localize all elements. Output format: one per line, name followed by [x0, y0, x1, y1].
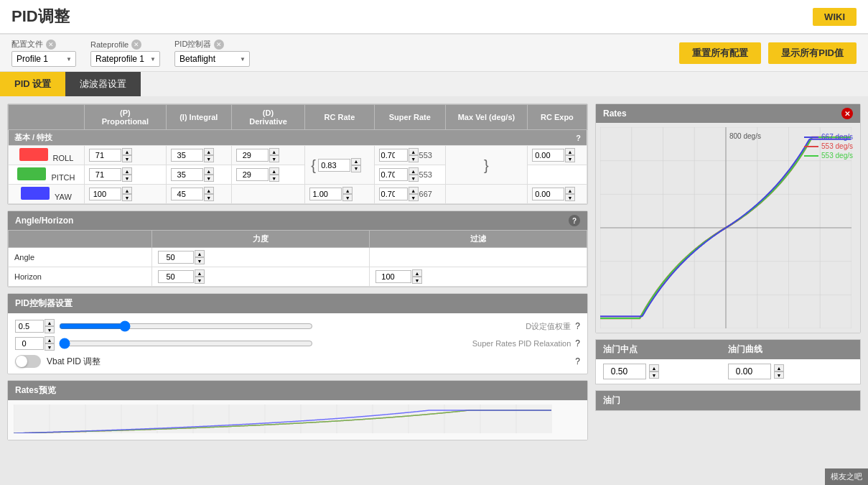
- yaw-sr-down[interactable]: ▼: [409, 194, 419, 201]
- pitch-d-input[interactable]: [236, 168, 269, 181]
- subheader-help-icon[interactable]: ?: [576, 134, 581, 142]
- profile-group: 配置文件 ✕ Profile 1 Profile 2 Profile 3: [11, 39, 76, 67]
- pitch-sr-up[interactable]: ▲: [409, 167, 419, 175]
- horizon-force-up[interactable]: ▲: [195, 269, 205, 277]
- rateprofile-select[interactable]: Rateprofile 1 Rateprofile 2 Rateprofile …: [90, 51, 160, 67]
- roll-d-up[interactable]: ▲: [269, 148, 279, 155]
- horizon-filter-down[interactable]: ▼: [412, 277, 422, 284]
- horizon-filter-up[interactable]: ▲: [412, 269, 422, 277]
- pid-controller-group: PID控制器 ✕ Betaflight LUXFLOAT MWREWRITE: [174, 39, 250, 67]
- throttle-body: ▲ ▼ ▲ ▼: [596, 359, 860, 384]
- horizon-force-down[interactable]: ▼: [195, 277, 205, 284]
- roll-i-input-group: ▲▼: [171, 148, 227, 162]
- main-content: (P)Proportional (I) Integral (D)Derivati…: [0, 96, 868, 485]
- slider1-help-icon[interactable]: ?: [575, 321, 580, 331]
- throttle-curve-input[interactable]: [728, 364, 771, 379]
- throttle-curve-up[interactable]: ▲: [774, 364, 784, 371]
- yaw-rcrate-down[interactable]: ▼: [342, 194, 353, 201]
- roll-superrate-input[interactable]: [379, 149, 408, 162]
- horizon-filter-input[interactable]: [375, 270, 411, 283]
- roll-sr-up[interactable]: ▲: [409, 148, 419, 155]
- roll-rcexpo-input[interactable]: [532, 149, 564, 162]
- roll-pitch-rcrate-group: { ▲▼: [309, 158, 369, 172]
- reset-all-button[interactable]: 重置所有配置: [679, 42, 761, 64]
- tab-pid[interactable]: PID 设置: [0, 72, 65, 96]
- yaw-p-down[interactable]: ▼: [122, 194, 132, 201]
- slider1-down[interactable]: ▼: [45, 326, 55, 333]
- pitch-p-up[interactable]: ▲: [122, 167, 132, 175]
- table-row: ROLL ▲ ▼: [9, 146, 587, 165]
- roll-p-up[interactable]: ▲: [122, 148, 132, 155]
- throttle-midpoint-down[interactable]: ▼: [649, 371, 659, 379]
- roll-d-input[interactable]: [236, 149, 269, 162]
- yaw-rcexpo-input[interactable]: [532, 188, 564, 200]
- pid-controller-close-btn[interactable]: ✕: [214, 40, 224, 50]
- angle-help-icon[interactable]: ?: [569, 215, 580, 226]
- pitch-superrate-input[interactable]: [379, 168, 408, 181]
- rateprofile-close-btn[interactable]: ✕: [131, 40, 141, 50]
- show-all-pid-button[interactable]: 显示所有PID值: [768, 42, 857, 64]
- slider2-down[interactable]: ▼: [45, 343, 55, 351]
- yaw-i-down[interactable]: ▼: [204, 194, 214, 201]
- yaw-rcexpo-up[interactable]: ▲: [565, 187, 575, 194]
- pitch-i-down[interactable]: ▼: [204, 175, 214, 182]
- roll-rcrate-up[interactable]: ▲: [351, 158, 361, 165]
- throttle-curve-down[interactable]: ▼: [774, 371, 784, 379]
- yaw-rcrate-up[interactable]: ▲: [342, 187, 353, 194]
- slider1-range[interactable]: [59, 321, 313, 331]
- slider2-input[interactable]: [15, 337, 44, 350]
- pitch-i-input[interactable]: [171, 168, 203, 181]
- rates-chart-close[interactable]: ✕: [841, 108, 853, 119]
- yaw-i-input[interactable]: [171, 188, 203, 200]
- profile-close-btn[interactable]: ✕: [46, 40, 56, 50]
- pitch-p-input[interactable]: [89, 168, 121, 181]
- roll-rcrate-cell: { ▲▼: [305, 146, 374, 185]
- throttle-midpoint-up[interactable]: ▲: [649, 364, 659, 371]
- yaw-rcrate-input[interactable]: [309, 188, 342, 200]
- slider2-range[interactable]: [59, 338, 313, 348]
- slider1-val-group: ▲▼: [15, 319, 55, 333]
- roll-rcrate-down[interactable]: ▼: [351, 165, 361, 172]
- profile-select[interactable]: Profile 1 Profile 2 Profile 3: [11, 51, 76, 67]
- pitch-d-up[interactable]: ▲: [269, 167, 279, 175]
- yaw-label-cell: YAW: [9, 185, 85, 204]
- throttle-midpoint-spinners: ▲ ▼: [649, 364, 659, 379]
- tab-filter[interactable]: 滤波器设置: [65, 72, 141, 96]
- pid-controller-select[interactable]: Betaflight LUXFLOAT MWREWRITE: [174, 51, 250, 67]
- yaw-p-up[interactable]: ▲: [122, 187, 132, 194]
- roll-rcrate-input[interactable]: [318, 159, 350, 172]
- vbat-toggle[interactable]: [15, 355, 41, 368]
- roll-rcexpo-up[interactable]: ▲: [565, 148, 575, 155]
- roll-p-input[interactable]: [89, 149, 121, 162]
- yaw-superrate-input[interactable]: [379, 188, 408, 200]
- pitch-p-down[interactable]: ▼: [122, 175, 132, 182]
- roll-i-up[interactable]: ▲: [204, 148, 214, 155]
- roll-d-down[interactable]: ▼: [269, 155, 279, 162]
- left-panel: (P)Proportional (I) Integral (D)Derivati…: [7, 103, 588, 485]
- roll-i-down[interactable]: ▼: [204, 155, 214, 162]
- yaw-rcrate-cell: ▲▼: [305, 185, 374, 204]
- slider2-up[interactable]: ▲: [45, 336, 55, 343]
- slider1-up[interactable]: ▲: [45, 319, 55, 326]
- pitch-sr-down[interactable]: ▼: [409, 175, 419, 182]
- pitch-d-down[interactable]: ▼: [269, 175, 279, 182]
- yaw-rcexpo-down[interactable]: ▼: [565, 194, 575, 201]
- roll-sr-down[interactable]: ▼: [409, 155, 419, 162]
- slider1-input[interactable]: [15, 320, 44, 333]
- yaw-i-up[interactable]: ▲: [204, 187, 214, 194]
- pitch-i-up[interactable]: ▲: [204, 167, 214, 175]
- yaw-p-input[interactable]: [89, 188, 121, 200]
- slider2-help-icon[interactable]: ?: [575, 338, 580, 348]
- angle-force-up[interactable]: ▲: [195, 250, 205, 257]
- roll-i-input[interactable]: [171, 149, 203, 162]
- throttle-midpoint-input[interactable]: [603, 364, 646, 379]
- vbat-help-icon[interactable]: ?: [575, 356, 580, 366]
- wiki-button[interactable]: WIKI: [813, 8, 857, 26]
- angle-force-down[interactable]: ▼: [195, 257, 205, 264]
- roll-p-down[interactable]: ▼: [122, 155, 132, 162]
- angle-force-input[interactable]: [158, 251, 194, 264]
- throttle-section: 油门中点 油门曲线 ▲ ▼ ▲ ▼: [595, 339, 861, 384]
- horizon-force-input[interactable]: [158, 270, 194, 283]
- yaw-sr-up[interactable]: ▲: [409, 187, 419, 194]
- roll-rcexpo-down[interactable]: ▼: [565, 155, 575, 162]
